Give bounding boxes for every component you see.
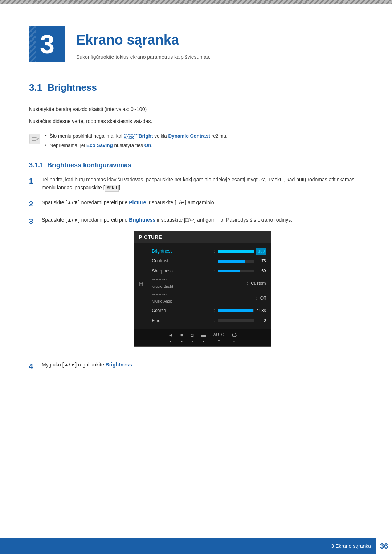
note-box: • Šio meniu pasirinkti negalima, kai SAM… [29,132,363,149]
menu-row-contrast: Contrast : 75 [134,256,271,266]
step-3: 3 Spauskite [▲/▼] norėdami pereiti prie … [29,216,363,354]
menu-items: Brightness : 100 Contrast [134,243,271,329]
menu-row-magic-bright: ▦ SAMSUNG MAGIC Bright : Custom [134,276,271,291]
body-text-1: Nustatykite bendrą vaizdo skaistį (inter… [29,106,363,113]
menu-row-fine: Fine : 0 [134,316,271,326]
chapter-number: 3 [29,26,65,62]
chapter-subtitle: Sukonfigūruokite tokius ekrano parametru… [76,53,211,61]
menu-screenshot: PICTURE Brightness : 100 [134,231,271,347]
menu-header: PICTURE [134,231,271,243]
page-footer: 3 Ekrano sąranka 36 [0,538,392,554]
menu-toolbar: ◄ ▼ ■ ▼ ◘ ▼ ▬ ▼ [134,329,271,346]
page-stripe-header [0,0,392,4]
toolbar-btn-1: ◄ ▼ [168,331,173,344]
section-31-title: 3.1Brightness [29,81,363,98]
toolbar-btn-3: ◘ ▼ [191,331,193,344]
footer-page-number: 36 [376,538,392,554]
samsung-magic-text: SAMSUNGMAGIC [124,133,139,139]
chapter-header: 3 Ekrano sąranka Sukonfigūruokite tokius… [29,19,363,62]
toolbar-btn-power: ⏻ ▼ [232,331,237,344]
subsection-311-title: 3.1.1 Brightness konfigūravimas [29,160,363,170]
menu-row-coarse: Coarse : 1936 [134,306,271,316]
footer-chapter-ref: 3 Ekrano sąranka [331,542,371,550]
toolbar-btn-auto: AUTO ▼ [213,332,224,343]
note-icon [29,133,41,145]
note-item-2: • Neprieinama, jei Eco Saving nustatyta … [45,142,228,149]
menu-row-magic-angle: SAMSUNG MAGIC Angle : Off [134,291,271,306]
menu-icon-monitor: ▦ [139,279,144,287]
body-text-2: Nustačius didesnę vertę, rodomas skaiste… [29,118,363,125]
step-4: 4 Mygtuku [▲/▼] reguliuokite Brightness. [29,361,363,372]
step-2: 2 Spauskite [▲/▼] norėdami pereiti prie … [29,198,363,209]
step-1: 1 Jei norite, kad būtų rodomas klavišų v… [29,176,363,192]
toolbar-btn-4: ▬ ▼ [201,331,206,344]
note-item-1: • Šio meniu pasirinkti negalima, kai SAM… [45,132,228,140]
chapter-title: Ekrano sąranka [76,30,211,50]
toolbar-btn-2: ■ ▼ [180,331,183,344]
menu-row-sharpness: Sharpness : 60 [134,266,271,276]
note-content: • Šio meniu pasirinkti negalima, kai SAM… [45,132,228,149]
menu-row-brightness: Brightness : 100 [134,246,271,256]
steps-list: 1 Jei norite, kad būtų rodomas klavišų v… [29,176,363,372]
